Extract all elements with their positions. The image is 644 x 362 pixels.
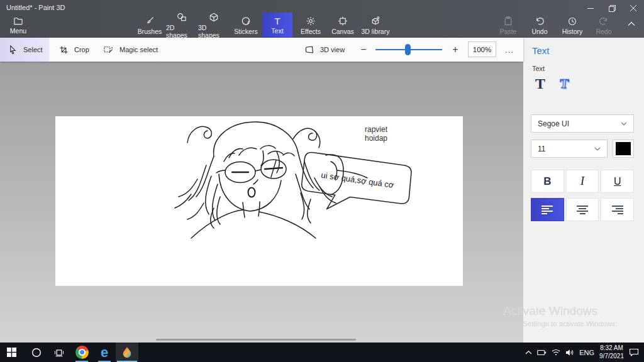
speech-bubble-text: ui sợ quá,sợ quá cơ <box>321 170 395 190</box>
select-cursor-icon <box>8 45 18 55</box>
font-size-select[interactable]: 11 <box>531 140 608 158</box>
horizontal-scrollbar[interactable] <box>156 339 356 341</box>
align-center-button[interactable] <box>566 198 599 221</box>
sketch-drawing: ui sợ quá,sợ quá cơ rapviet hoidap <box>55 116 463 286</box>
text-icon: T <box>274 16 280 26</box>
ribbon-tool-label: Redo <box>596 28 611 35</box>
crop-label: Crop <box>74 46 89 53</box>
font-family-value: Segoe UI <box>538 119 569 128</box>
close-button[interactable] <box>623 0 644 16</box>
magic-select-icon <box>103 45 114 55</box>
paste-button: Paste <box>492 13 524 38</box>
canvas-icon <box>337 16 348 26</box>
clock-time: 8:32 AM <box>599 344 624 353</box>
volume-icon[interactable] <box>565 349 574 356</box>
text-panel: Text Text T T Segoe UI 11 B I U <box>523 38 644 343</box>
edge-taskbar-button[interactable]: e <box>93 343 116 362</box>
bold-button[interactable]: B <box>531 170 564 193</box>
windows-logo-icon <box>7 348 16 357</box>
ribbon-tool-label: History <box>562 28 583 35</box>
align-center-icon <box>577 206 588 214</box>
panel-section-label: Text <box>532 65 545 72</box>
effects-icon <box>305 16 316 26</box>
language-indicator[interactable]: ENG <box>579 349 594 356</box>
underline-button[interactable]: U <box>601 170 634 193</box>
italic-button[interactable]: I <box>566 170 599 193</box>
ribbon-tool-3d-library[interactable]: 3D library <box>357 13 394 38</box>
text-color-picker[interactable] <box>613 140 634 158</box>
font-family-select[interactable]: Segoe UI <box>531 114 634 133</box>
text-style-buttons: B I U <box>531 170 634 193</box>
collapse-ribbon-button[interactable] <box>628 21 635 26</box>
2d-text-tool-button[interactable]: T <box>531 74 550 94</box>
ribbon-tool-stickers[interactable]: Stickers <box>230 13 262 38</box>
ribbon-tool-canvas[interactable]: Canvas <box>327 13 358 38</box>
ribbon-tool-2d-shapes[interactable]: 2D shapes <box>166 13 197 38</box>
history-icon <box>567 16 578 26</box>
signature-line1: rapviet <box>365 125 388 134</box>
drawing-canvas[interactable]: ui sợ quá,sợ quá cơ rapviet hoidap <box>55 116 463 286</box>
clock-date: 9/7/2021 <box>599 353 624 361</box>
more-options-button[interactable]: ... <box>501 38 518 62</box>
3d-text-icon: T <box>559 76 570 92</box>
crop-button[interactable]: Crop <box>59 38 89 62</box>
select-button[interactable]: Select <box>0 38 49 62</box>
cortana-button[interactable] <box>25 343 48 362</box>
zoom-slider-thumb[interactable] <box>405 44 411 55</box>
ribbon-tool-label: Effects <box>301 28 321 35</box>
align-left-icon <box>541 206 553 214</box>
ribbon-tool-label: Paste <box>500 28 517 35</box>
wifi-icon[interactable] <box>552 349 560 356</box>
paint3d-window: Untitled* - Paint 3D Menu <box>0 0 644 362</box>
zoom-level-value[interactable]: 100% <box>468 41 496 57</box>
edge-icon: e <box>101 346 108 359</box>
window-title: Untitled* - Paint 3D <box>6 4 65 11</box>
cortana-icon <box>31 348 42 358</box>
3d-library-icon <box>370 16 381 26</box>
start-button[interactable] <box>0 343 23 362</box>
undo-button[interactable]: Undo <box>524 13 555 38</box>
3d-view-icon <box>304 45 314 54</box>
panel-title: Text <box>532 45 550 56</box>
ribbon: Untitled* - Paint 3D Menu <box>0 0 644 38</box>
ribbon-tool-effects[interactable]: Effects <box>295 13 326 38</box>
paste-icon <box>502 16 514 26</box>
task-view-button[interactable] <box>48 343 70 362</box>
ribbon-tool-label: Brushes <box>138 28 162 35</box>
menu-button[interactable]: Menu <box>3 13 34 38</box>
ribbon-tool-brushes[interactable]: Brushes <box>134 13 165 38</box>
align-right-icon <box>612 206 623 214</box>
3d-text-tool-button[interactable]: T <box>553 74 574 94</box>
font-size-value: 11 <box>538 145 545 153</box>
magic-select-button[interactable]: Magic select <box>103 38 158 62</box>
ribbon-tool-3d-shapes[interactable]: 3D shapes <box>198 13 230 38</box>
chevron-down-icon <box>621 122 627 126</box>
paint3d-icon <box>121 346 133 359</box>
paint3d-taskbar-button[interactable] <box>116 343 138 362</box>
zoom-out-button[interactable]: − <box>357 38 370 62</box>
text-align-buttons <box>531 198 634 221</box>
tray-chevron-up-icon[interactable] <box>525 350 532 355</box>
align-right-button[interactable] <box>601 198 634 221</box>
chrome-taskbar-button[interactable] <box>70 343 93 362</box>
battery-icon[interactable] <box>537 349 547 356</box>
stickers-icon <box>240 16 252 26</box>
ribbon-tool-text[interactable]: T Text <box>262 13 292 38</box>
3d-view-label: 3D view <box>320 46 345 53</box>
ribbon-tool-label: 3D shapes <box>198 24 230 39</box>
redo-icon <box>598 16 609 26</box>
zoom-in-button[interactable]: + <box>449 38 462 62</box>
ribbon-tool-label: 2D shapes <box>166 24 197 39</box>
workspace: ui sợ quá,sợ quá cơ rapviet hoidap <box>0 62 523 343</box>
3d-view-button[interactable]: 3D view <box>304 38 345 62</box>
undo-icon <box>534 16 545 26</box>
ribbon-tool-label: Stickers <box>234 28 257 35</box>
history-button[interactable]: History <box>557 13 588 38</box>
clock[interactable]: 8:32 AM 9/7/2021 <box>599 344 624 360</box>
brush-icon <box>144 16 155 26</box>
align-left-button[interactable] <box>531 198 564 221</box>
redo-button: Redo <box>588 13 619 38</box>
action-center-icon[interactable] <box>629 348 639 356</box>
signature-line2: hoidap <box>365 134 387 143</box>
menu-label: Menu <box>10 27 26 35</box>
